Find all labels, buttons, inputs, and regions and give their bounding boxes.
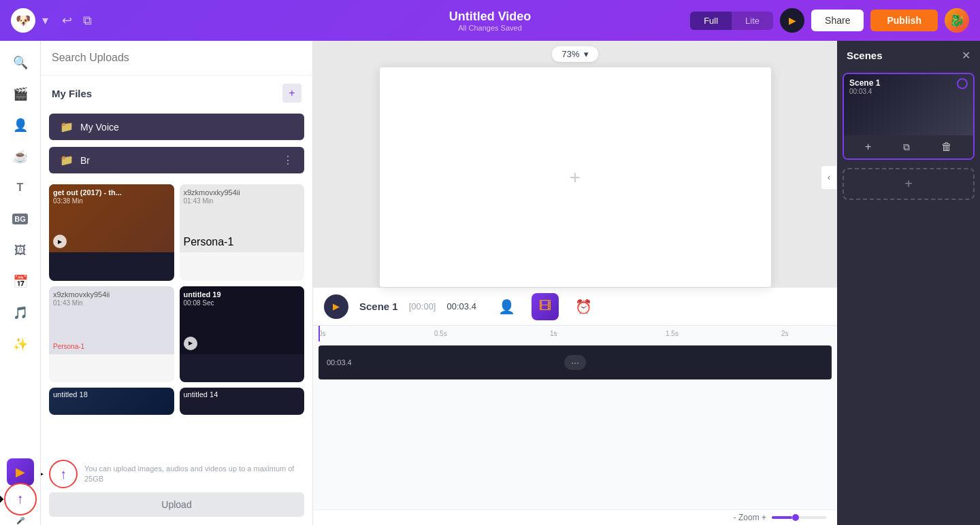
sidebar-item-brand[interactable]: ☕ [7, 143, 34, 170]
scene-delete-button[interactable]: 🗑 [941, 141, 952, 153]
file-title-2: x9zkmovxky954ii [184, 188, 301, 197]
zoom-control[interactable]: 73% ▾ [552, 46, 598, 62]
zoom-bar: - Zoom + [313, 509, 837, 525]
logo-wrap: 🐶 ▾ [11, 8, 51, 33]
ruler-mark-2: 2s [781, 330, 789, 337]
sidebar-item-schedule[interactable]: 📅 [7, 268, 34, 295]
canvas-toolbar: 73% ▾ [313, 41, 837, 67]
file-card-2[interactable]: x9zkmovxky954ii 01:43 Min Persona-1 [180, 184, 305, 281]
folder-name-2: Br [80, 155, 276, 166]
video-thumb-icon: ▶ [16, 464, 25, 479]
collapse-panel-button[interactable]: ‹ [821, 165, 837, 190]
calendar-icon: 📅 [13, 274, 28, 289]
file-card-1[interactable]: get out (2017) - th... 03:38 Min ▶ [49, 184, 174, 281]
file-card-6[interactable]: untitled 14 [180, 388, 305, 415]
upload-circle-button[interactable]: ↑ [4, 483, 37, 515]
add-scene-button[interactable]: + [843, 168, 975, 200]
magic-icon: ✨ [13, 337, 28, 352]
scene-time-duration: 00:03.4 [446, 301, 476, 311]
preview-play-button[interactable]: ▶ [780, 8, 804, 33]
search-input[interactable] [52, 52, 301, 64]
file-duration-3: 01:43 Min [53, 299, 170, 307]
scenes-panel: Scenes ✕ Scene 1 00:03.4 + ⧉ 🗑 + [837, 41, 980, 525]
account-dropdown-button[interactable]: ▾ [39, 10, 51, 31]
logo-icon[interactable]: 🐶 [11, 8, 35, 33]
my-files-title: My Files [52, 88, 92, 99]
scene-add-button[interactable]: + [865, 141, 871, 153]
zoom-bar-label: - Zoom + [734, 513, 766, 522]
timeline-track[interactable]: 00:03.4 ··· [318, 345, 832, 379]
header-left: 🐶 ▾ ↩ ⧉ [11, 8, 95, 33]
file-card-4[interactable]: untitled 19 00:08 Sec ▶ [180, 286, 305, 383]
scene-copy-button[interactable]: ⧉ [903, 141, 910, 153]
timeline-ruler: 0s 0.5s 1s 1.5s 2s 2.5s 3s [313, 325, 837, 341]
mode-toggle: Full Lite [690, 12, 773, 30]
sidebar-item-search[interactable]: 🔍 [7, 49, 34, 76]
sidebar-item-video-thumb[interactable]: ▶ [7, 458, 34, 486]
lite-mode-button[interactable]: Lite [732, 12, 773, 30]
undo-button[interactable]: ↩ [59, 10, 75, 31]
header: 🐶 ▾ ↩ ⧉ Untitled Video All Changes Saved… [0, 0, 980, 41]
file-persona-3: Persona-1 [53, 343, 84, 350]
center-area: 73% ▾ + ‹ ▶ Scene 1 [00:00] 00:03.4 👤 🎞 … [313, 41, 837, 525]
search-icon: 🔍 [13, 55, 28, 70]
sidebar-item-music[interactable]: 🎵 [7, 299, 34, 326]
main-layout: 🔍 🎬 👤 ☕ T BG 🖼 📅 🎵 ✨ ▶ [0, 41, 980, 525]
zoom-chevron-icon: ▾ [584, 49, 589, 59]
zoom-value: 73% [561, 49, 579, 59]
save-status: All Changes Saved [449, 24, 532, 32]
avatar-control-icon[interactable]: 👤 [498, 299, 515, 315]
file-title-5: untitled 18 [53, 390, 170, 399]
scene-card-1[interactable]: Scene 1 00:03.4 + ⧉ 🗑 [843, 73, 975, 160]
zoom-slider[interactable] [772, 516, 826, 519]
add-file-button[interactable]: + [282, 84, 301, 103]
play-icon: ▶ [789, 15, 796, 26]
scenes-title: Scenes [847, 50, 883, 61]
upload-circle-icon-button[interactable]: ↑ [49, 460, 78, 488]
ruler-mark-15: 1.5s [666, 330, 679, 337]
copy-button[interactable]: ⧉ [80, 10, 95, 31]
file-card-3[interactable]: x9zkmovxky954ii 01:43 Min Persona-1 [49, 286, 174, 383]
my-files-header: My Files + [41, 75, 312, 111]
upload-arrow-annotation: ➤ [41, 466, 44, 482]
sidebar-item-image[interactable]: 🖼 [7, 237, 34, 264]
timeline-dots-icon: ··· [571, 357, 579, 368]
canvas-add-icon: + [570, 167, 581, 188]
video-scene-icon: 🎞 [539, 299, 551, 314]
publish-button[interactable]: Publish [870, 10, 938, 31]
text-icon: T [17, 182, 24, 194]
folder-icon-2: 📁 [60, 154, 74, 167]
sidebar-item-magic[interactable]: ✨ [7, 331, 34, 358]
avatar[interactable]: 🐉 [945, 8, 969, 33]
share-button[interactable]: Share [811, 10, 864, 31]
file-card-5[interactable]: untitled 18 [49, 388, 174, 415]
timeline-track-area: 00:03.4 ··· [313, 341, 837, 509]
folder-my-voice[interactable]: 📁 My Voice [49, 114, 304, 140]
scene-name-label: Scene 1 [359, 301, 398, 312]
sidebar-item-text[interactable]: T [7, 174, 34, 201]
scene-play-button[interactable]: ▶ [324, 294, 348, 319]
timer-icon[interactable]: ⏰ [575, 299, 592, 315]
upload-arrow-icon: ↑ [17, 491, 24, 507]
sidebar-item-media[interactable]: 🎬 [7, 80, 34, 107]
timeline-more-button[interactable]: ··· [564, 355, 586, 370]
scene-time-start: [00:00] [409, 301, 436, 311]
canvas-workspace-area: + ‹ [313, 67, 837, 287]
file-title-1: get out (2017) - th... [53, 188, 170, 197]
sidebar-item-mic[interactable]: ➔ ↑ 🎤 [7, 490, 34, 517]
folder-dots-icon[interactable]: ⋮ [282, 154, 293, 167]
timeline-duration-label: 00:03.4 [327, 358, 352, 367]
upload-button[interactable]: Upload [49, 492, 304, 517]
file-play-icon-4[interactable]: ▶ [184, 337, 197, 350]
sidebar-item-avatar[interactable]: 👤 [7, 112, 34, 139]
upload-help-text: You can upload images, audios and videos… [84, 464, 304, 485]
sidebar-item-background[interactable]: BG [7, 205, 34, 233]
folder-br[interactable]: 📁 Br ⋮ [49, 147, 304, 173]
playhead-marker [318, 326, 320, 341]
video-scene-button[interactable]: 🎞 [532, 293, 559, 320]
file-play-icon-1[interactable]: ▶ [53, 235, 67, 248]
full-mode-button[interactable]: Full [690, 12, 732, 30]
scenes-close-button[interactable]: ✕ [962, 49, 970, 62]
canvas[interactable]: + [380, 67, 771, 287]
header-center: Untitled Video All Changes Saved [449, 10, 532, 32]
